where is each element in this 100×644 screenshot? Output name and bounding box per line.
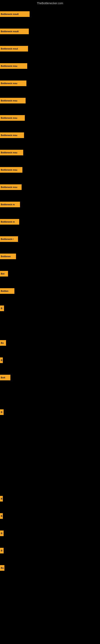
bottleneck-bar-9: Bottleneck resu <box>0 167 22 173</box>
bottleneck-label-24: B <box>1 532 2 534</box>
site-title: TheBottlenecker.com <box>37 2 63 5</box>
bottleneck-bar-16: Bottlen <box>0 288 14 294</box>
bottleneck-label-18: Bo <box>1 342 4 344</box>
bottleneck-label-25: B <box>1 550 2 552</box>
bottleneck-label-5: Bottleneck resu <box>1 100 17 102</box>
bottleneck-label-4: Bottleneck resu <box>1 82 17 84</box>
bottleneck-bar-10: Bottleneck resu <box>0 184 22 190</box>
bottleneck-label-10: Bottleneck resu <box>1 186 17 188</box>
bottleneck-label-19: B <box>1 359 2 362</box>
bottleneck-label-22: B <box>1 498 2 500</box>
bottleneck-bar-23: B <box>0 513 3 519</box>
bottleneck-bar-19: B <box>0 358 3 363</box>
bottleneck-bar-2: Bottleneck resul <box>0 46 28 52</box>
bottleneck-bar-15: Bot <box>0 271 8 276</box>
bottleneck-bar-1: Bottleneck result <box>0 28 29 34</box>
bottleneck-bar-0: Bottleneck result <box>0 11 30 17</box>
bottleneck-bar-4: Bottleneck resu <box>0 80 26 86</box>
bottleneck-label-6: Bottleneck resu <box>1 117 17 119</box>
bottleneck-bar-12: Bottleneck re <box>0 219 19 224</box>
bottleneck-label-13: Bottleneck r <box>1 238 14 240</box>
bottleneck-label-1: Bottleneck result <box>1 30 19 32</box>
bottleneck-label-3: Bottleneck resu <box>1 65 17 67</box>
bottleneck-bar-3: Bottleneck resu <box>0 63 27 69</box>
bottleneck-bar-8: Bottleneck resu <box>0 150 23 155</box>
bottleneck-label-0: Bottleneck result <box>1 13 19 15</box>
bottleneck-label-21: B <box>1 411 2 413</box>
bottleneck-label-17: B <box>1 307 2 310</box>
bottleneck-label-14: Bottlenec <box>1 255 11 258</box>
bottleneck-label-7: Bottleneck resu <box>1 134 17 136</box>
bottleneck-label-8: Bottleneck resu <box>1 151 17 154</box>
bottleneck-label-9: Bottleneck resu <box>1 169 17 171</box>
bottleneck-bar-18: Bo <box>0 340 6 346</box>
bottleneck-bar-24: B <box>0 530 3 536</box>
bottleneck-label-23: B <box>1 515 2 517</box>
bottleneck-label-12: Bottleneck re <box>1 220 15 223</box>
site-header: TheBottlenecker.com <box>0 0 100 6</box>
bottleneck-label-15: Bot <box>1 272 4 275</box>
bottleneck-bar-5: Bottleneck resu <box>0 98 26 104</box>
bottleneck-label-2: Bottleneck resul <box>1 48 18 50</box>
bottleneck-bar-22: B <box>0 496 3 502</box>
bottleneck-bar-17: B <box>0 306 4 311</box>
bottleneck-bar-7: Bottleneck resu <box>0 132 24 138</box>
bottleneck-bar-26: Bo <box>0 565 4 571</box>
bottleneck-bar-20: Bott <box>0 375 10 380</box>
bottleneck-label-20: Bott <box>1 376 5 379</box>
bottleneck-bar-13: Bottleneck r <box>0 236 18 242</box>
bottleneck-bar-25: B <box>0 548 3 554</box>
bottleneck-label-16: Bottlen <box>1 290 8 292</box>
bottleneck-bar-6: Bottleneck resu <box>0 115 25 121</box>
bottleneck-label-26: Bo <box>1 567 4 569</box>
bottleneck-bar-11: Bottleneck re <box>0 202 20 207</box>
bottleneck-bar-14: Bottlenec <box>0 254 16 259</box>
bottleneck-label-11: Bottleneck re <box>1 203 15 206</box>
bottleneck-bar-21: B <box>0 409 3 415</box>
